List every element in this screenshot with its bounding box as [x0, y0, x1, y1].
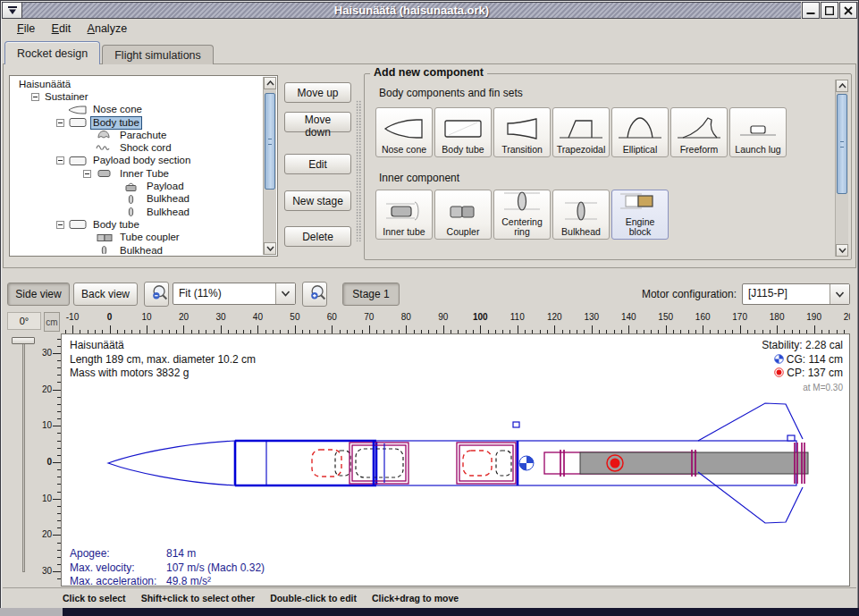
- combo-arrow-button[interactable]: [275, 283, 295, 304]
- tree-item-label[interactable]: Parachute: [118, 130, 168, 141]
- ruler-label: 80: [401, 312, 411, 322]
- component-button-label: Elliptical: [623, 145, 658, 155]
- flight-stat-value: 814 m: [166, 547, 265, 561]
- zoom-level-combobox[interactable]: Fit (11%): [173, 283, 296, 305]
- tree-item[interactable]: Bulkhead: [12, 244, 262, 254]
- tree-item-label[interactable]: Bulkhead: [145, 193, 191, 205]
- add-trapezoidal-button[interactable]: Trapezoidal: [552, 107, 610, 157]
- tab-rocket-design[interactable]: Rocket design: [4, 41, 100, 64]
- menu-item-edit[interactable]: Edit: [46, 20, 78, 38]
- add-component-scrollbar[interactable]: [835, 80, 848, 257]
- add-component-scrollbar-thumb[interactable]: [837, 94, 847, 194]
- component-button-label: Nose cone: [382, 145, 426, 155]
- add-launch-lug-button[interactable]: Launch lug: [729, 107, 787, 157]
- tree-item-label[interactable]: Haisunäätä: [17, 79, 72, 90]
- tree-item-label[interactable]: Bulkhead: [145, 207, 191, 218]
- tab-flight-simulations[interactable]: Flight simulations: [102, 45, 214, 64]
- component-button-label: Bulkhead: [561, 227, 601, 237]
- tree-item[interactable]: Payload body section: [12, 155, 262, 167]
- ruler-label: -10: [66, 312, 79, 322]
- add-inner-tube-button[interactable]: Inner tube: [375, 190, 433, 240]
- tree-item[interactable]: Nose cone: [12, 104, 262, 116]
- rotation-slider-handle[interactable]: [12, 337, 35, 344]
- close-button[interactable]: [839, 2, 857, 19]
- edit-button[interactable]: Edit: [284, 154, 351, 174]
- tree-item[interactable]: Parachute: [12, 129, 262, 141]
- component-tree[interactable]: HaisunäätäSustainerNose coneBody tubePar…: [9, 75, 278, 257]
- delete-button[interactable]: Delete: [284, 226, 351, 247]
- rocket-design-canvas[interactable]: Haisunäätä Length 189 cm, max. diameter …: [61, 333, 850, 586]
- scroll-down-button[interactable]: [264, 242, 276, 255]
- tree-item[interactable]: Body tube: [12, 218, 262, 231]
- move-down-button[interactable]: Move down: [284, 112, 351, 132]
- tree-scrollbar-thumb[interactable]: [265, 93, 275, 190]
- zoom-out-button[interactable]: [144, 282, 169, 307]
- ruler-label: 20: [179, 312, 189, 322]
- ruler-label: 0: [107, 312, 113, 322]
- minimize-button[interactable]: [802, 2, 820, 19]
- stability-stats: Stability: 2.28 cal CG: 114 cm CP: 137 c…: [762, 339, 843, 394]
- tree-item[interactable]: Bulkhead: [12, 193, 262, 206]
- new-stage-button[interactable]: New stage: [284, 190, 351, 211]
- motor-configuration-combobox[interactable]: [J115-P]: [742, 283, 850, 305]
- tree-item[interactable]: Bulkhead: [12, 206, 262, 218]
- combo-arrow-button[interactable]: [830, 284, 849, 304]
- scroll-up-button[interactable]: [836, 80, 848, 92]
- tree-item-label[interactable]: Payload body section: [91, 155, 192, 166]
- tree-item[interactable]: Inner Tube: [12, 167, 262, 180]
- tree-item-label[interactable]: Inner Tube: [118, 168, 171, 180]
- add-coupler-button[interactable]: Coupler: [434, 190, 492, 240]
- status-hint: Click+drag to move: [372, 593, 459, 603]
- cg-marker: [519, 456, 534, 470]
- freeform-icon: [674, 114, 724, 145]
- tree-expander[interactable]: [56, 119, 64, 127]
- tree-item[interactable]: Shock cord: [12, 141, 262, 154]
- tree-item-label[interactable]: Nose cone: [91, 104, 144, 115]
- side-view-button[interactable]: Side view: [7, 283, 70, 306]
- window-menu-button[interactable]: [2, 2, 22, 19]
- nose-cone-icon: [68, 105, 88, 115]
- add-centering-ring-button[interactable]: Centering ring: [493, 190, 551, 240]
- tree-item[interactable]: Body tube: [12, 116, 262, 129]
- add-freeform-button[interactable]: Freeform: [670, 107, 728, 157]
- tree-item-label[interactable]: Payload: [145, 181, 186, 192]
- back-view-button[interactable]: Back view: [73, 283, 138, 306]
- tree-item-label[interactable]: Body tube: [91, 117, 141, 129]
- add-engine-block-button[interactable]: Engine block: [611, 190, 669, 240]
- tree-expander[interactable]: [83, 170, 91, 178]
- tree-item-label[interactable]: Sustainer: [43, 91, 90, 103]
- tree-item-label[interactable]: Bulkhead: [118, 245, 164, 255]
- scroll-up-button[interactable]: [264, 77, 276, 89]
- tree-item-label[interactable]: Shock cord: [118, 142, 173, 154]
- move-up-button[interactable]: Move up: [284, 82, 351, 103]
- add-nose-cone-button[interactable]: Nose cone: [375, 107, 433, 157]
- scroll-down-button[interactable]: [836, 244, 848, 257]
- window-bottom-edge: [0, 608, 859, 616]
- tree-item-label[interactable]: Tube coupler: [118, 232, 181, 243]
- stage-1-toggle[interactable]: Stage 1: [342, 283, 400, 306]
- tree-expander[interactable]: [31, 93, 39, 101]
- tree-item[interactable]: Haisunäätä: [12, 78, 262, 90]
- maximize-button[interactable]: [821, 2, 838, 19]
- tree-item[interactable]: Payload: [12, 180, 262, 192]
- add-bulkhead-button[interactable]: Bulkhead: [552, 190, 610, 240]
- split-pane-divider[interactable]: [356, 100, 362, 241]
- component-button-label: Inner tube: [383, 227, 425, 237]
- rocket-mass: Mass with motors 3832 g: [70, 367, 256, 381]
- tree-expander[interactable]: [56, 221, 64, 229]
- tree-item[interactable]: Tube coupler: [12, 232, 262, 244]
- tree-item-label[interactable]: Body tube: [91, 219, 141, 231]
- mach-condition: at M=0.30: [762, 381, 843, 395]
- menu-item-file[interactable]: File: [11, 20, 41, 38]
- tree-expander[interactable]: [56, 156, 64, 165]
- tree-item[interactable]: Sustainer: [12, 90, 262, 103]
- add-transition-button[interactable]: Transition: [493, 107, 551, 157]
- tree-scrollbar[interactable]: [263, 77, 276, 255]
- add-elliptical-button[interactable]: Elliptical: [611, 107, 669, 157]
- add-body-tube-button[interactable]: Body tube: [434, 107, 492, 157]
- zoom-in-button[interactable]: [302, 282, 327, 307]
- rotation-slider[interactable]: [22, 340, 25, 572]
- launch-lug-icon: [733, 114, 783, 145]
- menu-item-analyze[interactable]: Analyze: [81, 20, 133, 38]
- cp-line: CP: 137 cm: [762, 367, 843, 381]
